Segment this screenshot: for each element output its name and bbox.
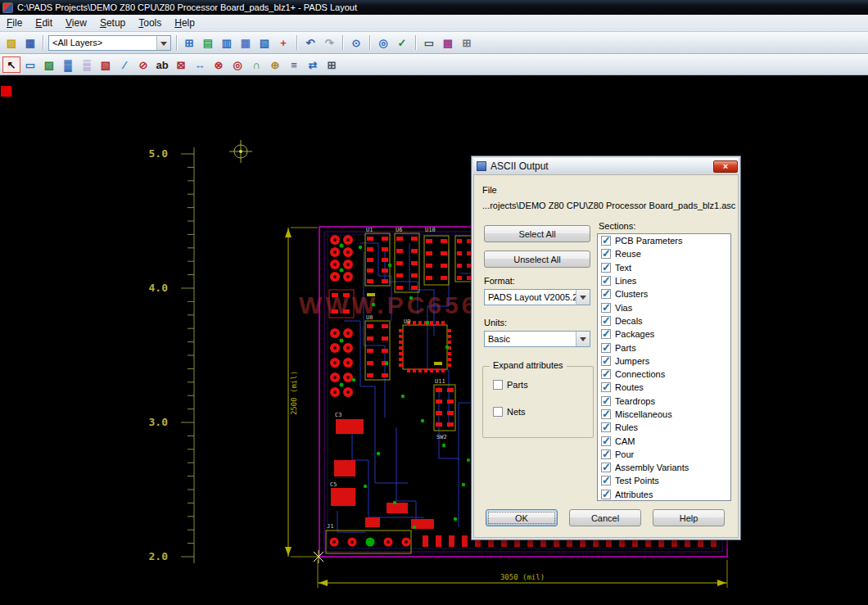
dialog-titlebar[interactable]: ASCII Output × [473,158,739,174]
hatch-icon[interactable]: ▒ [78,56,96,73]
menu-edit[interactable]: Edit [29,16,59,30]
via-icon[interactable]: ◎ [228,56,246,73]
menu-view[interactable]: View [59,16,93,30]
checkbox-row[interactable]: Parts [490,378,591,391]
macro-icon[interactable]: ⊞ [323,56,341,73]
new-window-icon[interactable]: ▭ [420,34,438,51]
checkbox-row[interactable]: Text [598,261,730,274]
checkbox[interactable] [601,236,611,246]
checkbox-row[interactable]: Connections [598,368,730,381]
unselect-all-button[interactable]: Unselect All [484,251,590,268]
checkbox[interactable] [601,316,611,326]
layers-icon[interactable]: ▥ [218,34,236,51]
checkbox-row[interactable]: Decals [598,314,730,327]
close-icon[interactable]: × [713,160,738,173]
cancel-button[interactable]: Cancel [569,509,641,526]
delete-icon[interactable]: ⊘ [134,56,152,73]
checkbox[interactable] [601,490,611,499]
checkbox-row[interactable]: Rules [598,421,730,434]
format-dropdown[interactable]: PADS Layout V2005.2 [484,289,590,305]
checkbox[interactable] [601,476,611,485]
grid-icon[interactable]: ▦ [237,34,255,51]
checkbox[interactable] [601,329,611,339]
checkbox[interactable] [601,436,611,446]
checkbox[interactable] [601,369,611,379]
checkbox[interactable] [601,263,611,273]
checkbox[interactable] [601,343,611,353]
chevron-down-icon[interactable] [576,332,590,346]
checkbox-row[interactable]: Teardrops [598,395,730,408]
checkbox[interactable] [601,463,611,472]
redraw-icon[interactable]: ▤ [199,34,217,51]
checkbox-row[interactable]: Reuse [598,247,730,260]
help-button[interactable]: Help [653,509,725,526]
line-icon[interactable]: ∕ [115,56,133,73]
dimension-icon[interactable]: ↔ [191,56,209,73]
fit-view-icon[interactable]: ⊞ [180,34,198,51]
window-titlebar[interactable]: C:\PADS Projects\DEMO Z80 CPU\Z80 Proces… [0,0,868,15]
checkbox[interactable] [601,276,611,286]
flood-icon[interactable]: ▧ [97,56,115,73]
checkbox-row[interactable]: Lines [598,274,730,287]
menu-file[interactable]: File [0,16,29,30]
checkbox[interactable] [601,356,611,366]
checkbox-row[interactable]: Packages [598,327,730,341]
drafting-icon[interactable]: ▭ [21,56,39,73]
checkbox-row[interactable]: Parts [598,341,730,354]
menu-tools[interactable]: Tools [132,16,168,30]
zoom-icon[interactable]: ⊙ [347,34,365,51]
checkbox-row[interactable]: Vias [598,300,730,314]
text-icon[interactable]: ab [153,56,171,73]
select-all-button[interactable]: Select All [484,225,590,242]
checkbox-row[interactable]: PCB Parameters [598,234,730,247]
units-dropdown[interactable]: Basic [484,331,590,347]
checkbox-row[interactable]: Pour [598,448,730,461]
sections-listbox[interactable]: PCB Parameters Reuse Text Lines Clusters… [597,233,731,501]
checkbox-row[interactable]: Attributes [598,488,730,501]
checkbox-row[interactable]: Assembly Variants [598,461,730,474]
select-mode-icon[interactable]: ↖ [2,56,20,73]
checkbox-row[interactable]: Routes [598,381,730,394]
checkbox-label: Parts [507,380,528,390]
checkbox[interactable] [601,303,611,313]
checkbox-row[interactable]: Nets [490,405,591,418]
chevron-down-icon[interactable] [576,290,590,305]
checkbox[interactable] [601,409,611,419]
verify-design-icon[interactable]: ✓ [393,34,411,51]
ok-button[interactable]: OK [486,509,558,526]
keepout-icon[interactable]: ⊠ [172,56,190,73]
query-icon[interactable]: ◎ [374,34,392,51]
chevron-down-icon[interactable] [156,36,170,50]
align-icon[interactable]: ≡ [285,56,303,73]
spread-icon[interactable]: ⇄ [304,56,322,73]
layer-dropdown[interactable]: <All Layers> [48,35,171,51]
checkbox-row[interactable]: Clusters [598,287,730,300]
checkbox[interactable] [601,449,611,459]
copper-icon[interactable]: ▨ [40,56,58,73]
route-display-icon[interactable]: ▧ [255,34,274,51]
undo-icon[interactable]: ↶ [301,34,319,51]
target-icon[interactable]: ⊕ [266,56,284,73]
checkbox[interactable] [601,249,611,259]
open-icon[interactable]: ▨ [2,34,20,51]
display-colors-icon[interactable]: ▩ [439,34,457,51]
menu-help[interactable]: Help [168,16,201,30]
menu-setup[interactable]: Setup [93,16,132,30]
checkbox[interactable] [601,396,611,406]
checkbox-row[interactable]: Miscellaneous [598,408,730,421]
jumper-icon[interactable]: ∩ [247,56,265,73]
measure-icon[interactable]: + [274,34,292,51]
checkbox[interactable] [493,380,503,390]
checkbox-row[interactable]: Test Points [598,474,730,487]
save-icon[interactable]: ▦ [21,34,39,51]
error-marker-icon[interactable]: ⊗ [210,56,228,73]
checkbox[interactable] [601,289,611,299]
redo-icon[interactable]: ↷ [320,34,338,51]
checkbox[interactable] [493,407,503,417]
checkbox-row[interactable]: CAM [598,434,730,447]
checkbox[interactable] [601,382,611,392]
copper-pour-icon[interactable]: ▓ [59,56,77,73]
checkbox-row[interactable]: Jumpers [598,354,730,368]
checkbox[interactable] [601,422,611,432]
ole-icon[interactable]: ⊞ [458,34,476,51]
